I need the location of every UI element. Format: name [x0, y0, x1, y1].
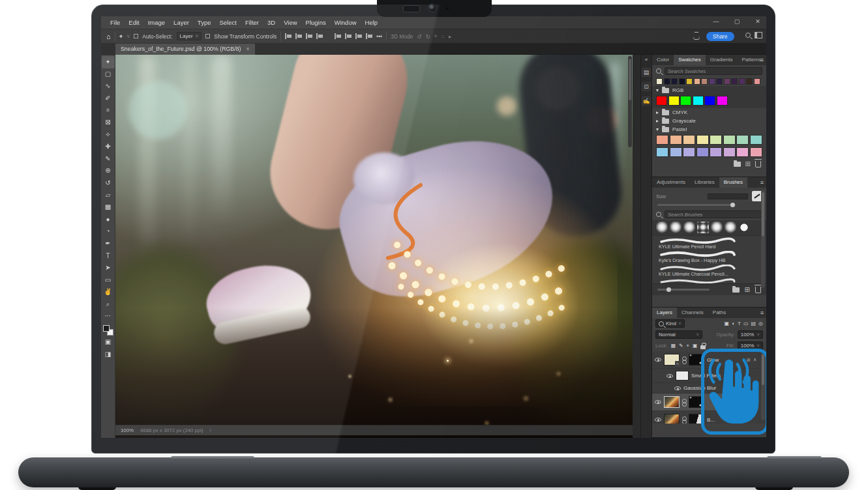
tab-gradients[interactable]: Gradients	[706, 55, 738, 65]
distribute-center-icon[interactable]	[345, 33, 352, 39]
orbit-3d-icon[interactable]: ↺	[417, 33, 422, 40]
swatch[interactable]	[670, 135, 682, 145]
swatch-group-cmyk[interactable]: ▸ CMYK	[652, 108, 766, 117]
brush-search-input[interactable]	[665, 210, 762, 218]
trash-icon[interactable]	[755, 161, 761, 167]
history-brush-tool[interactable]: ↺	[102, 177, 115, 190]
swatch[interactable]	[716, 78, 723, 85]
menu-type[interactable]: Type	[194, 16, 215, 29]
swatch[interactable]	[694, 78, 700, 85]
lock-transparency-icon[interactable]: ▦	[671, 343, 676, 349]
swatch[interactable]	[717, 96, 728, 106]
drag-3d-icon[interactable]: ⌖	[434, 33, 438, 40]
visibility-eye-icon[interactable]	[655, 358, 661, 362]
align-top-icon[interactable]	[316, 33, 323, 39]
roll-3d-icon[interactable]: ↻	[426, 33, 430, 40]
layer-thumbnail[interactable]	[664, 414, 680, 424]
filter-type-icon[interactable]: T	[738, 321, 741, 326]
swatch[interactable]	[693, 96, 704, 106]
comments-panel-icon[interactable]: ⊡	[642, 82, 651, 91]
canvas-scrollbar[interactable]	[628, 56, 632, 147]
new-brush-group-icon[interactable]	[732, 287, 740, 293]
home-icon[interactable]: ⌂	[106, 33, 111, 40]
swatch[interactable]	[723, 135, 736, 145]
more-tools[interactable]: ⋯	[102, 310, 115, 323]
swatch[interactable]	[668, 96, 680, 106]
tab-layers[interactable]: Layers	[652, 308, 677, 318]
hand-tool[interactable]: ✌	[102, 286, 115, 298]
opacity-dropdown[interactable]: 100% ˅	[738, 330, 763, 339]
swatch[interactable]	[696, 135, 709, 145]
blend-mode-dropdown[interactable]: Normal ˅	[655, 330, 702, 339]
tab-paths[interactable]: Paths	[708, 308, 730, 318]
status-chevron-icon[interactable]: ›	[210, 427, 212, 433]
tab-libraries[interactable]: Libraries	[690, 177, 719, 188]
menu-plugins[interactable]: Plugins	[302, 16, 330, 29]
smart-filter-mask-thumbnail[interactable]	[676, 371, 689, 381]
brush-item-name[interactable]: KYLE Ultimate Charcoal Pencil...	[652, 271, 766, 277]
brush-size-slider[interactable]	[657, 204, 736, 206]
tab-channels[interactable]: Channels	[677, 308, 708, 318]
swatch[interactable]	[736, 135, 749, 145]
minimize-button[interactable]: —	[708, 16, 725, 28]
swatch[interactable]	[739, 78, 745, 85]
swatch[interactable]	[656, 78, 663, 85]
tab-adjustments[interactable]: Adjustments	[652, 177, 690, 188]
visibility-eye-icon[interactable]	[655, 418, 661, 422]
swatch[interactable]	[710, 135, 722, 145]
menu-edit[interactable]: Edit	[125, 16, 143, 29]
layer-thumbnail[interactable]	[664, 396, 680, 408]
filter-toggle-icon[interactable]: ◎	[758, 321, 763, 326]
filter-shape-icon[interactable]: ▭	[743, 321, 749, 326]
swatch[interactable]	[680, 96, 691, 106]
dodge-tool[interactable]: ◔	[102, 225, 115, 238]
menu-image[interactable]: Image	[144, 16, 169, 29]
swatch[interactable]	[710, 147, 722, 157]
share-button[interactable]: Share	[706, 32, 734, 41]
swatch[interactable]	[731, 78, 738, 85]
menu-file[interactable]: File	[106, 16, 124, 29]
move-tool-icon[interactable]: ⌖	[119, 33, 123, 40]
document-tab[interactable]: Sneakers_of_the_Future.psd @ 100% (RGB/8…	[115, 44, 255, 55]
brush-item-name[interactable]: KYLE Ultimate Pencil Hard	[652, 244, 766, 250]
layer-thumbnail[interactable]: fx	[664, 354, 680, 366]
lock-all-icon[interactable]	[700, 345, 706, 349]
tab-color[interactable]: Color	[652, 55, 674, 65]
swatch[interactable]	[664, 78, 670, 85]
swatch[interactable]	[746, 78, 753, 85]
slide-3d-icon[interactable]: ∴	[441, 33, 445, 40]
chevron-right-icon[interactable]: ▸	[656, 109, 659, 115]
camera-3d-icon[interactable]: ▸	[449, 33, 451, 40]
clone-stamp-tool[interactable]: ⊕	[102, 165, 115, 177]
panel-menu-icon[interactable]: ≡	[760, 55, 764, 65]
eyedropper-tool[interactable]: ✧	[102, 129, 115, 141]
frame-tool[interactable]: ⊠	[102, 117, 115, 129]
menu-3d[interactable]: 3D	[263, 16, 279, 29]
brushes-scrollbar[interactable]	[761, 190, 765, 288]
crop-tool[interactable]: ⌗	[102, 104, 115, 117]
maximize-button[interactable]: ▢	[728, 16, 745, 28]
layer-filter-kind-dropdown[interactable]: Kind ˅	[655, 319, 685, 328]
soft-brush-preset[interactable]	[725, 222, 736, 233]
slider-thumb[interactable]	[666, 287, 671, 292]
soft-brush-preset[interactable]	[683, 222, 695, 233]
menu-layer[interactable]: Layer	[170, 16, 193, 29]
distribute-right-icon[interactable]	[355, 33, 362, 39]
search-icon[interactable]	[745, 33, 751, 38]
swatch[interactable]	[701, 78, 708, 85]
quick-mask-icon[interactable]: ▣	[102, 336, 115, 349]
marquee-tool[interactable]: ▢	[102, 68, 115, 81]
chevron-down-icon[interactable]: ▾	[656, 126, 659, 132]
close-tab-icon[interactable]: ×	[246, 44, 249, 55]
lasso-tool[interactable]: ∿	[102, 80, 115, 93]
swatch[interactable]	[683, 147, 695, 157]
lock-artboard-icon[interactable]: ▣	[693, 343, 697, 349]
move-tool[interactable]: ⌖	[102, 56, 115, 68]
auto-select-checkbox[interactable]	[134, 34, 138, 38]
swatch[interactable]	[683, 135, 695, 145]
soft-brush-preset[interactable]	[656, 222, 668, 233]
path-selection-tool[interactable]: ➤	[102, 262, 115, 274]
swatch[interactable]	[709, 78, 715, 85]
visibility-eye-icon[interactable]	[666, 374, 673, 378]
history-panel-icon[interactable]: ▤	[642, 68, 651, 77]
